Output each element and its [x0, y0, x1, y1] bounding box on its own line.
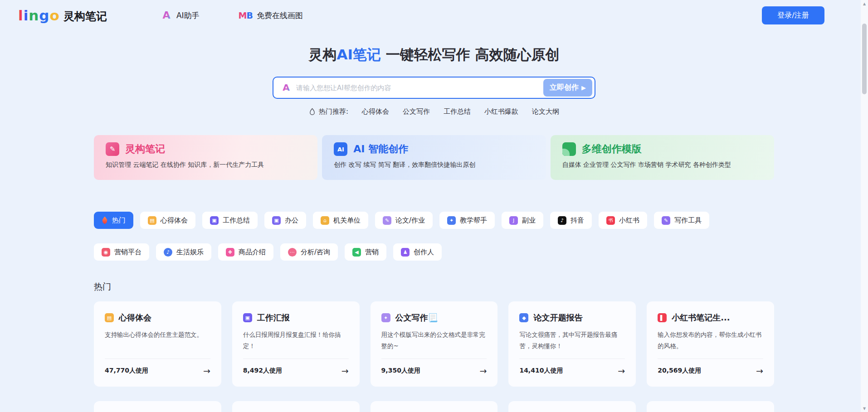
- tab-yingxiao[interactable]: ◀ 营销: [345, 243, 386, 261]
- feature-title: AI 智能创作: [353, 142, 408, 156]
- tab-gongzuozongjie[interactable]: ▣ 工作总结: [202, 212, 258, 229]
- tab-label: 分析/咨询: [301, 248, 330, 257]
- tab-label: 热门: [112, 216, 126, 225]
- ai-badge-icon: AI: [334, 142, 347, 156]
- feature-card-notes[interactable]: ✎ 灵构笔记 知识管理 云端笔记 在线协作 知识库，新一代生产力工具: [94, 135, 317, 180]
- tab-label: 写作工具: [674, 216, 702, 225]
- hero-suffix: 一键轻松写作 高效随心原创: [381, 46, 560, 63]
- template-card-xindetihui[interactable]: ▤ 心得体会 支持输出心得体会的任意主题范文。 47,770人使用 →: [94, 301, 221, 387]
- template-card-lunwenkaitibaogao[interactable]: ◆ 论文开题报告 写论文很痛苦，其中写开题报告最痛苦，灵构懂你！ 14,410人…: [508, 301, 636, 387]
- tab-yingxiaopingtai[interactable]: ◉ 营销平台: [94, 243, 149, 261]
- card-title: 心得体会: [119, 312, 151, 323]
- usage-count: 8,492人使用: [243, 367, 282, 375]
- tab-label: 营销: [365, 248, 379, 257]
- scroll-down-icon[interactable]: ▼: [861, 405, 868, 412]
- tab-hot[interactable]: 热门: [94, 212, 133, 229]
- card-desc: 用这个模版写出来的公文格式是非常完整的~: [381, 329, 487, 356]
- divider: [381, 359, 487, 359]
- hot-link-xindetihui[interactable]: 心得体会: [362, 107, 389, 116]
- flame-icon: [102, 217, 108, 224]
- create-now-label: 立即创作: [550, 83, 579, 92]
- arrow-right-icon[interactable]: →: [756, 366, 763, 376]
- briefcase-icon: ▣: [243, 313, 252, 322]
- card-desc: 写论文很痛苦，其中写开题报告最痛苦，灵构懂你！: [519, 329, 625, 356]
- card-title: 工作汇报: [257, 312, 290, 323]
- card-stub[interactable]: [371, 401, 498, 412]
- shopping-bag-icon: ❖: [226, 248, 234, 257]
- scroll-up-icon[interactable]: ▲: [861, 0, 868, 7]
- template-card-gongwenxiezuo[interactable]: ✦ 公文写作📃 用这个模版写出来的公文格式是非常完整的~ 9,350人使用 →: [371, 301, 498, 387]
- template-card-xiaohongshubiji[interactable]: ▌ 小红书笔记生... 输入你想发布的内容，帮你生成小红书的风格。 20,569…: [647, 301, 774, 387]
- card-desc: 输入你想发布的内容，帮你生成小红书的风格。: [658, 329, 763, 356]
- login-register-button[interactable]: 登录/注册: [762, 6, 824, 24]
- hot-link-gongwenxiezuo[interactable]: 公文写作: [403, 107, 430, 116]
- hot-recommend-label-wrap: 热门推荐:: [309, 107, 348, 116]
- feature-banners: ✎ 灵构笔记 知识管理 云端笔记 在线协作 知识库，新一代生产力工具 AI AI…: [94, 135, 774, 180]
- tab-fenxi-zixun[interactable]: ⋯ 分析/咨询: [280, 243, 338, 261]
- nav-item-free-drawing[interactable]: MB 免费在线画图: [239, 10, 303, 21]
- tab-douyin[interactable]: ♪ 抖音: [550, 212, 592, 229]
- nav-item-ai-assistant[interactable]: A AI助手: [161, 10, 200, 21]
- arrow-right-icon[interactable]: →: [341, 366, 349, 376]
- top-header: lingo 灵构笔记 A AI助手 MB 免费在线画图 登录/注册: [0, 0, 868, 31]
- template-card-gongzuohuibao[interactable]: ▣ 工作汇报 什么日报周报月报复盘汇报！给你搞定！ 8,492人使用 →: [232, 301, 360, 387]
- divider: [243, 359, 349, 359]
- arrow-right-icon[interactable]: →: [203, 366, 210, 376]
- tab-label: 论文/作业: [395, 216, 425, 225]
- card-title: 小红书笔记生...: [672, 312, 730, 323]
- section-title-hot: 热门: [94, 281, 774, 293]
- arrow-right-icon[interactable]: →: [618, 366, 625, 376]
- creator-icon: ♟: [401, 248, 410, 257]
- xiaohongshu-icon: 书: [606, 216, 615, 225]
- card-foot: 9,350人使用 →: [381, 366, 487, 376]
- card-head: ▤ 心得体会: [105, 312, 210, 323]
- tab-lunwen-zuoye[interactable]: ✎ 论文/作业: [375, 212, 433, 229]
- vertical-scrollbar[interactable]: ▲ ▼: [861, 0, 868, 412]
- notebook-icon: ▤: [105, 313, 114, 322]
- flame-outline-icon: [309, 108, 316, 116]
- feature-desc: 创作 改写 续写 简写 翻译，效率翻倍快捷输出原创: [334, 161, 534, 169]
- category-tabs: 热门 ▤ 心得体会 ▣ 工作总结 ▣ 办公 ⌂ 机关单位 ✎ 论文/作业 ✦ 教…: [94, 212, 774, 261]
- ai-logo-icon: A: [161, 10, 172, 21]
- hero-highlight: AI笔记: [336, 46, 381, 63]
- tab-xindetihui[interactable]: ▤ 心得体会: [140, 212, 195, 229]
- tab-xiezuogongju[interactable]: ✎ 写作工具: [654, 212, 709, 229]
- hot-link-xiaohongshu[interactable]: 小红书爆款: [484, 107, 518, 116]
- feature-head: AI AI 智能创作: [334, 142, 534, 156]
- logo-wordmark: lingo: [18, 9, 60, 23]
- tab-fuye[interactable]: J 副业: [502, 212, 543, 229]
- usage-count: 9,350人使用: [381, 367, 420, 375]
- card-stub[interactable]: [508, 401, 636, 412]
- card-stub[interactable]: [94, 401, 221, 412]
- card-stub[interactable]: [647, 401, 774, 412]
- card-head: ◆ 论文开题报告: [519, 312, 625, 323]
- search-input[interactable]: [296, 84, 543, 92]
- briefcase-icon: ▣: [210, 216, 219, 225]
- divider: [658, 359, 763, 359]
- svg-text:A: A: [162, 10, 170, 21]
- hot-link-gongzuozongjie[interactable]: 工作总结: [444, 107, 471, 116]
- feature-card-templates[interactable]: 多维创作模版 自媒体 企业管理 公文写作 市场营销 学术研究 各种创作类型: [551, 135, 774, 180]
- tab-shangpinjieshao[interactable]: ❖ 商品介绍: [218, 243, 273, 261]
- scrollbar-thumb[interactable]: [862, 24, 867, 94]
- create-now-button[interactable]: 立即创作 ▶: [543, 79, 592, 97]
- card-desc: 支持输出心得体会的任意主题范文。: [105, 329, 210, 356]
- tab-label: 机关单位: [333, 216, 361, 225]
- briefcase-icon: ▣: [272, 216, 281, 225]
- hot-link-lunwendagang[interactable]: 论文大纲: [532, 107, 559, 116]
- tab-chuangzuoren[interactable]: ♟ 创作人: [393, 243, 442, 261]
- card-stub[interactable]: [232, 401, 360, 412]
- tab-shenghuoyule[interactable]: ♪ 生活娱乐: [156, 243, 211, 261]
- tab-jiguandanwei[interactable]: ⌂ 机关单位: [313, 212, 368, 229]
- arrow-right-icon[interactable]: →: [479, 366, 487, 376]
- play-arrow-icon: ▶: [581, 84, 586, 91]
- brand-name: 灵构笔记: [63, 11, 107, 22]
- tab-xiaohongshu[interactable]: 书 小红书: [599, 212, 647, 229]
- tab-label: 副业: [522, 216, 536, 225]
- feature-card-ai-writing[interactable]: AI AI 智能创作 创作 改写 续写 简写 翻译，效率翻倍快捷输出原创: [322, 135, 546, 180]
- app-logo[interactable]: lingo 灵构笔记: [18, 9, 107, 23]
- chat-bubble-icon: ⋯: [288, 248, 297, 257]
- tab-jiaoxuebangshou[interactable]: ✦ 教学帮手: [439, 212, 495, 229]
- card-title: 公文写作📃: [395, 312, 438, 323]
- tab-bangong[interactable]: ▣ 办公: [264, 212, 306, 229]
